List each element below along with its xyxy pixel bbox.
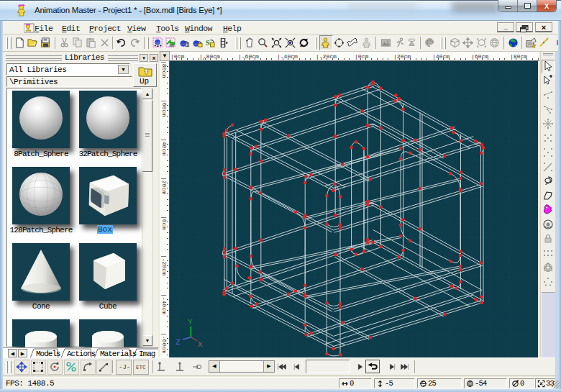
svg-text:ETC.: ETC.: [136, 365, 147, 370]
svg-text:Z: Z: [175, 338, 181, 347]
svg-text:Y: Y: [188, 318, 193, 327]
svg-text:S: S: [206, 39, 210, 47]
svg-text:X: X: [198, 340, 203, 349]
svg-text:-J-: -J-: [119, 364, 129, 371]
